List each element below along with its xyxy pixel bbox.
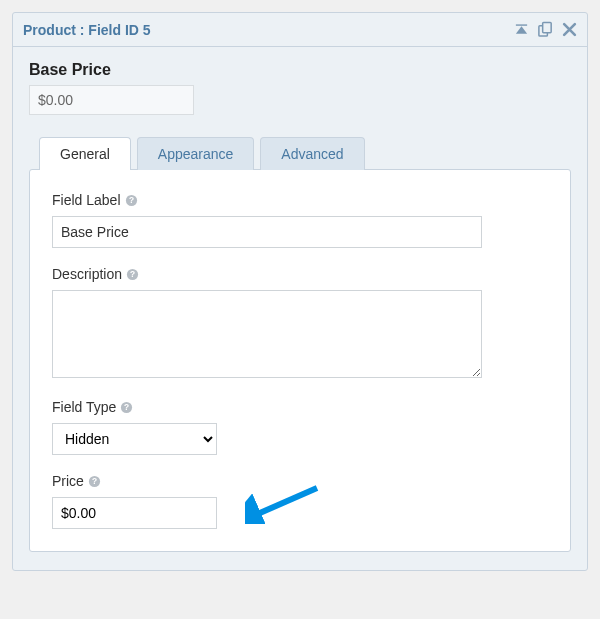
help-icon[interactable]: ? [120,401,133,414]
row-description: Description ? [52,266,548,381]
label-field-label: Field Label ? [52,192,548,208]
label-price: Price ? [52,473,548,489]
tab-advanced[interactable]: Advanced [260,137,364,170]
panel-header: Product : Field ID 5 [13,13,587,47]
label-field-type: Field Type ? [52,399,548,415]
svg-text:?: ? [130,269,135,279]
input-field-label[interactable] [52,216,482,248]
label-description: Description ? [52,266,548,282]
label-price-text: Price [52,473,84,489]
row-field-label: Field Label ? [52,192,548,248]
duplicate-icon[interactable] [537,21,554,38]
panel-body: Base Price General Appearance Advanced F… [13,47,587,570]
close-icon[interactable] [562,22,577,37]
help-icon[interactable]: ? [125,194,138,207]
preview-field-input [29,85,194,115]
svg-text:?: ? [124,402,129,412]
tab-general[interactable]: General [39,137,131,170]
label-field-type-text: Field Type [52,399,116,415]
row-price: Price ? [52,473,548,529]
preview-field-label: Base Price [29,61,571,79]
input-price[interactable] [52,497,217,529]
panel-header-actions [514,21,577,38]
tabs: General Appearance Advanced Field Label … [29,137,571,552]
help-icon[interactable]: ? [88,475,101,488]
svg-text:?: ? [92,476,97,486]
svg-rect-2 [543,22,552,32]
collapse-icon[interactable] [514,24,529,36]
input-description[interactable] [52,290,482,378]
label-description-text: Description [52,266,122,282]
svg-rect-0 [516,24,527,25]
row-field-type: Field Type ? Hidden [52,399,548,455]
label-field-label-text: Field Label [52,192,121,208]
panel-title: Product : Field ID 5 [23,22,514,38]
tab-row: General Appearance Advanced [39,137,571,170]
field-settings-panel: Product : Field ID 5 Base Price General … [12,12,588,571]
tab-content-general: Field Label ? Description ? [29,169,571,552]
svg-text:?: ? [128,195,133,205]
help-icon[interactable]: ? [126,268,139,281]
select-field-type[interactable]: Hidden [52,423,217,455]
tab-appearance[interactable]: Appearance [137,137,255,170]
